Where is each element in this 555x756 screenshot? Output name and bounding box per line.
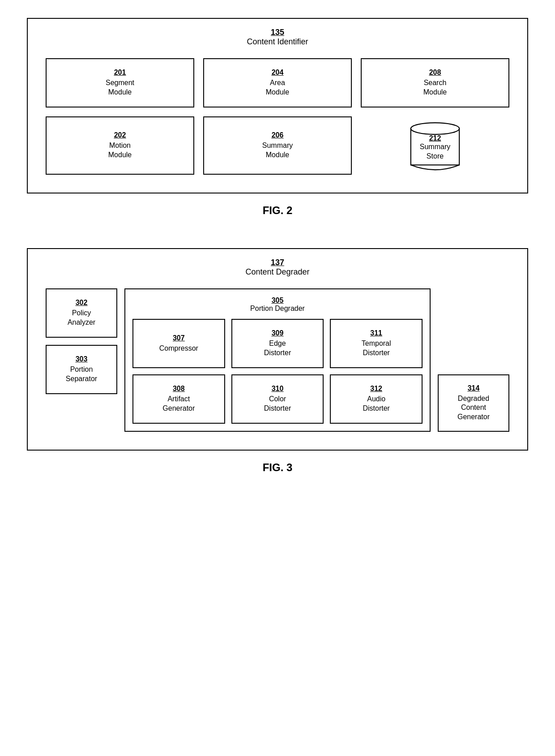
segment-module-name: SegmentModule [106, 78, 134, 97]
portion-separator-name: PortionSeparator [66, 365, 97, 384]
degraded-content-generator-name: DegradedContentGenerator [457, 394, 490, 422]
summary-store-name: SummaryStore [420, 142, 450, 161]
search-module-name: SearchModule [423, 78, 447, 97]
fig3-diagram: 137 Content Degrader 302 PolicyAnalyzer … [27, 248, 528, 492]
motion-module-box: 202 MotionModule [46, 116, 194, 175]
audio-distorter-name: AudioDistorter [363, 395, 389, 413]
edge-distorter-box: 309 EdgeDistorter [231, 319, 324, 368]
artifact-generator-name: ArtifactGenerator [162, 395, 195, 413]
fig2-diagram: 135 Content Identifier 201 SegmentModule… [27, 18, 528, 235]
compressor-box: 307 Compressor [132, 319, 225, 368]
policy-analyzer-name: PolicyAnalyzer [68, 309, 95, 327]
fig3-label: FIG. 3 [263, 461, 293, 474]
area-module-num: 204 [272, 69, 284, 77]
summary-store-cylinder: 212 SummaryStore [361, 116, 509, 175]
portion-degrader-label: 305 Portion Degrader [132, 296, 423, 313]
color-distorter-num: 310 [272, 385, 284, 393]
artifact-generator-box: 308 ArtifactGenerator [132, 374, 225, 424]
fig3-inner-layout: 302 PolicyAnalyzer 303 PortionSeparator … [37, 284, 518, 441]
portion-degrader-box: 305 Portion Degrader 307 Compressor 309 … [124, 288, 431, 432]
segment-module-box: 201 SegmentModule [46, 58, 194, 107]
degraded-content-generator-num: 314 [468, 384, 480, 392]
edge-distorter-num: 309 [272, 329, 284, 337]
degraded-content-generator-box: 314 DegradedContentGenerator [438, 374, 509, 432]
compressor-num: 307 [173, 334, 185, 342]
summary-store-num: 212 [420, 134, 450, 142]
temporal-distorter-name: TemporalDistorter [362, 339, 391, 358]
search-module-box: 208 SearchModule [361, 58, 509, 107]
portion-degrader-title: Portion Degrader [250, 305, 305, 312]
left-column: 302 PolicyAnalyzer 303 PortionSeparator [46, 288, 117, 432]
segment-module-num: 201 [114, 69, 126, 77]
content-degrader-num: 137 [37, 258, 518, 267]
portion-degrader-num: 305 [132, 296, 423, 305]
content-identifier-num: 135 [37, 28, 518, 37]
policy-analyzer-num: 302 [76, 299, 88, 307]
content-identifier-box: 135 Content Identifier 201 SegmentModule… [27, 18, 528, 193]
portion-separator-num: 303 [76, 355, 88, 363]
color-distorter-name: ColorDistorter [264, 395, 291, 413]
summary-store-box: 212 SummaryStore [361, 116, 509, 175]
audio-distorter-box: 312 AudioDistorter [330, 374, 423, 424]
fig2-label: FIG. 2 [263, 204, 293, 217]
temporal-distorter-box: 311 TemporalDistorter [330, 319, 423, 368]
edge-distorter-name: EdgeDistorter [264, 339, 291, 358]
content-degrader-label: 137 Content Degrader [37, 258, 518, 277]
motion-module-name: MotionModule [108, 141, 132, 160]
summary-module-box: 206 SummaryModule [203, 116, 352, 175]
motion-module-num: 202 [114, 131, 126, 139]
fig2-grid: 201 SegmentModule 204 AreaModule 208 Sea… [37, 54, 518, 184]
color-distorter-box: 310 ColorDistorter [231, 374, 324, 424]
artifact-generator-num: 308 [173, 385, 185, 393]
content-identifier-label: 135 Content Identifier [37, 28, 518, 47]
svg-point-1 [411, 123, 459, 134]
content-degrader-title: Content Degrader [37, 267, 518, 277]
portion-separator-box: 303 PortionSeparator [46, 345, 117, 394]
area-module-name: AreaModule [266, 78, 289, 97]
pd-grid: 307 Compressor 309 EdgeDistorter 311 Tem… [132, 319, 423, 424]
temporal-distorter-num: 311 [370, 329, 382, 337]
audio-distorter-num: 312 [370, 385, 382, 393]
content-degrader-box: 137 Content Degrader 302 PolicyAnalyzer … [27, 248, 528, 451]
right-column: 314 DegradedContentGenerator [438, 288, 509, 432]
summary-module-name: SummaryModule [262, 141, 293, 160]
summary-module-num: 206 [272, 131, 284, 139]
policy-analyzer-box: 302 PolicyAnalyzer [46, 288, 117, 338]
content-identifier-title: Content Identifier [37, 37, 518, 47]
compressor-name: Compressor [159, 344, 198, 353]
area-module-box: 204 AreaModule [203, 58, 352, 107]
search-module-num: 208 [429, 69, 441, 77]
